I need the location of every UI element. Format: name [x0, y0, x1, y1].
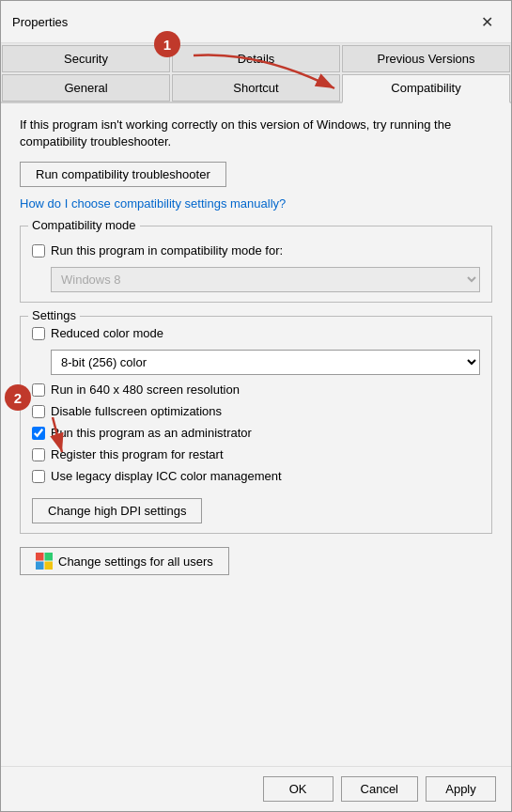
- compat-mode-row: Run this program in compatibility mode f…: [32, 243, 480, 258]
- change-dpi-button[interactable]: Change high DPI settings: [32, 498, 202, 523]
- disable-fullscreen-label: Disable fullscreen optimizations: [51, 404, 222, 418]
- tab-content: If this program isn't working correctly …: [1, 103, 511, 766]
- compat-mode-group-label: Compatibility mode: [28, 218, 140, 232]
- svg-rect-1: [45, 553, 54, 561]
- run-640-row: Run in 640 x 480 screen resolution: [32, 383, 480, 397]
- run-640-label: Run in 640 x 480 screen resolution: [51, 383, 240, 397]
- tab-shortcut[interactable]: Shortcut: [172, 74, 340, 102]
- disable-fullscreen-checkbox[interactable]: [32, 405, 45, 418]
- change-settings-label: Change settings for all users: [58, 554, 213, 569]
- tab-security[interactable]: Security: [2, 45, 170, 72]
- settings-group: Settings Reduced color mode 8-bit (256) …: [20, 316, 492, 534]
- tab-compatibility[interactable]: Compatibility: [342, 74, 510, 103]
- compat-mode-dropdown[interactable]: Windows 8 Windows 7 Windows Vista (SP2) …: [51, 267, 480, 292]
- shield-icon: [36, 553, 53, 570]
- register-restart-label: Register this program for restart: [51, 447, 224, 461]
- register-restart-row: Register this program for restart: [32, 447, 480, 461]
- run-640-checkbox[interactable]: [32, 383, 45, 397]
- tabs-container: Security Details Previous Versions Gener…: [1, 43, 511, 103]
- tab-previous-versions[interactable]: Previous Versions: [342, 45, 510, 72]
- compatibility-mode-group: Compatibility mode Run this program in c…: [20, 226, 492, 303]
- title-bar: Properties ✕: [1, 1, 511, 43]
- run-admin-label: Run this program as an administrator: [51, 426, 252, 440]
- manual-settings-link[interactable]: How do I choose compatibility settings m…: [20, 196, 492, 211]
- compat-mode-label: Run this program in compatibility mode f…: [51, 243, 283, 258]
- run-admin-checkbox[interactable]: [32, 427, 45, 440]
- color-dropdown[interactable]: 8-bit (256) color 16-bit color: [51, 350, 480, 375]
- reduced-color-checkbox[interactable]: [32, 327, 45, 340]
- run-admin-row: Run this program as an administrator: [32, 426, 480, 440]
- settings-group-label: Settings: [28, 308, 80, 322]
- disable-fullscreen-row: Disable fullscreen optimizations: [32, 404, 480, 418]
- legacy-icc-row: Use legacy display ICC color management: [32, 469, 480, 483]
- svg-rect-2: [36, 562, 44, 570]
- tab-general[interactable]: General: [2, 74, 170, 102]
- register-restart-checkbox[interactable]: [32, 448, 45, 461]
- bottom-buttons: OK Cancel Apply: [1, 766, 511, 811]
- svg-rect-3: [45, 562, 54, 570]
- dialog-title: Properties: [12, 15, 68, 29]
- svg-rect-0: [36, 553, 44, 561]
- cancel-button[interactable]: Cancel: [341, 776, 418, 802]
- change-settings-all-users-button[interactable]: Change settings for all users: [20, 547, 229, 575]
- run-troubleshooter-button[interactable]: Run compatibility troubleshooter: [20, 162, 226, 187]
- badge-2: 2: [5, 384, 31, 411]
- badge-1: 1: [154, 31, 180, 57]
- compat-mode-checkbox[interactable]: [32, 244, 45, 258]
- reduced-color-row: Reduced color mode: [32, 326, 480, 340]
- tab-details[interactable]: Details: [172, 45, 340, 72]
- info-text: If this program isn't working correctly …: [20, 117, 492, 150]
- legacy-icc-label: Use legacy display ICC color management: [51, 469, 282, 483]
- legacy-icc-checkbox[interactable]: [32, 470, 45, 483]
- apply-button[interactable]: Apply: [426, 776, 496, 802]
- ok-button[interactable]: OK: [263, 776, 334, 802]
- properties-dialog: Properties ✕ Security Details Previous V…: [0, 0, 512, 812]
- close-button[interactable]: ✕: [473, 8, 500, 35]
- reduced-color-label: Reduced color mode: [51, 326, 163, 340]
